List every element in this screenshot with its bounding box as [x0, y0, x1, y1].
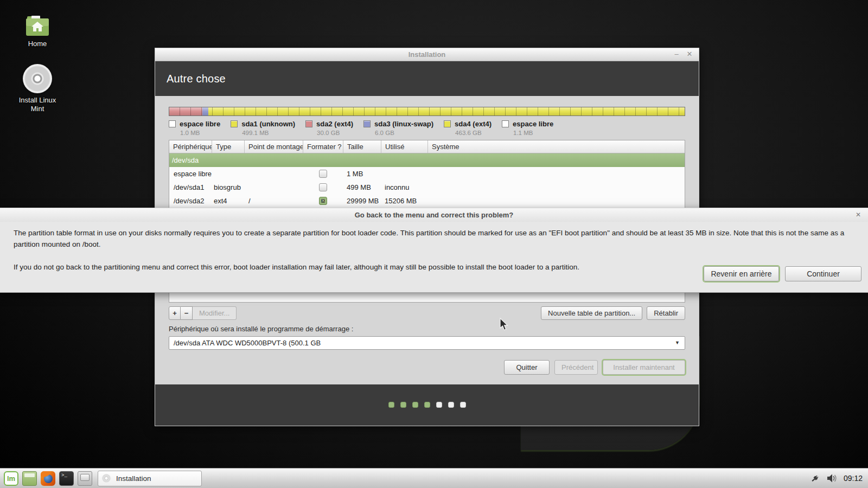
desktop-icon-label: Home: [5, 40, 70, 48]
task-label: Installation: [116, 474, 151, 483]
table-row-sda1[interactable]: /dev/sda1 biosgrub 499 MB inconnu: [169, 181, 685, 194]
wizard-footer: [155, 384, 699, 426]
legend-label: espace libre: [180, 120, 220, 128]
terminal-launcher-icon[interactable]: >_: [59, 471, 74, 486]
table-row-disk-sda[interactable]: /dev/sda: [169, 153, 685, 167]
format-checkbox[interactable]: [319, 170, 327, 178]
column-header[interactable]: Périphérique: [169, 140, 212, 153]
type-cell: biosgrub: [214, 181, 241, 194]
page-header: Autre chose: [155, 61, 699, 96]
wizard-nav-buttons: Quitter Précédent Installer maintenant: [504, 360, 685, 375]
partition-legend: espace libre 1.0 MB sda1 (unknown) 499.1…: [169, 120, 564, 136]
device-cell: /dev/sda1: [174, 181, 204, 194]
progress-dot: [412, 402, 418, 408]
format-checkbox[interactable]: [319, 183, 327, 191]
legend-item: sda2 (ext4) 30.0 GB: [305, 120, 353, 136]
used-cell: 15206 MB: [385, 194, 417, 208]
chevron-down-icon: ▼: [675, 337, 680, 349]
firefox-launcher-icon[interactable]: [41, 471, 55, 486]
quit-button[interactable]: Quitter: [504, 360, 550, 375]
previous-button[interactable]: Précédent: [554, 360, 598, 375]
close-window-button[interactable]: ✕: [684, 48, 695, 60]
legend-swatch: [502, 120, 509, 127]
system-tray: 09:12: [805, 473, 863, 484]
dialog-title: Go back to the menu and correct this pro…: [355, 211, 514, 219]
legend-swatch: [363, 120, 371, 127]
legend-size: 30.0 GB: [317, 130, 353, 136]
window-titlebar[interactable]: Installation – ✕: [155, 48, 699, 61]
remove-partition-button[interactable]: −: [181, 306, 193, 320]
efi-warning-dialog: Go back to the menu and correct this pro…: [0, 208, 868, 293]
minimize-button[interactable]: –: [671, 48, 682, 60]
progress-dot: [400, 402, 406, 408]
progress-dot: [448, 402, 454, 408]
display-settings-icon[interactable]: [78, 471, 92, 486]
home-folder-icon: [25, 15, 50, 37]
desktop-icon-home[interactable]: Home: [5, 15, 70, 48]
add-partition-button[interactable]: +: [169, 306, 181, 320]
cd-disc-icon: [102, 474, 111, 483]
legend-label: espace libre: [513, 120, 553, 128]
partition-usage-bar: [169, 107, 685, 116]
table-row-sda2[interactable]: /dev/sda2 ext4 / 29999 MB 15206 MB: [169, 194, 685, 208]
legend-swatch: [169, 120, 176, 127]
dropdown-value: /dev/sda ATA WDC WD5000BPVT-8 (500.1 GB: [174, 339, 321, 347]
legend-size: 463.6 GB: [455, 130, 492, 136]
size-cell: 1 MB: [347, 167, 363, 181]
continue-button[interactable]: Continuer: [785, 266, 861, 281]
column-header[interactable]: Taille: [343, 140, 381, 153]
cd-disc-icon: [23, 64, 52, 93]
format-checkbox[interactable]: [319, 197, 327, 205]
column-header[interactable]: Utilisé: [381, 140, 428, 153]
type-cell: ext4: [214, 194, 227, 208]
legend-item: sda4 (ext4) 463.6 GB: [444, 120, 492, 136]
legend-size: 1.0 MB: [180, 130, 220, 136]
taskbar-task-installation[interactable]: Installation: [98, 471, 202, 486]
size-cell: 499 MB: [347, 181, 371, 194]
table-header: Périphérique Type Point de montage Forma…: [169, 140, 685, 153]
new-partition-table-button[interactable]: Nouvelle table de partition...: [541, 306, 642, 320]
legend-label: sda2 (ext4): [316, 120, 353, 128]
progress-dot: [424, 402, 430, 408]
device-cell: /dev/sda: [172, 153, 199, 167]
bootloader-device-dropdown[interactable]: /dev/sda ATA WDC WD5000BPVT-8 (500.1 GB …: [169, 336, 685, 350]
mint-menu-button[interactable]: lm: [4, 471, 18, 486]
taskbar: lm >_ Installation 09:12: [0, 468, 868, 488]
partition-segment: [208, 107, 685, 115]
column-header[interactable]: Type: [212, 140, 245, 153]
page-title: Autre chose: [167, 73, 226, 85]
column-header[interactable]: Formater ?: [303, 140, 343, 153]
used-cell: inconnu: [385, 181, 410, 194]
progress-dot: [388, 402, 394, 408]
dialog-paragraph-1: The partition table format in use on you…: [14, 227, 845, 250]
dialog-close-icon[interactable]: ✕: [856, 208, 861, 222]
desktop-icon-install-linux-mint[interactable]: Install Linux Mint: [5, 64, 70, 113]
revert-button[interactable]: Rétablir: [647, 306, 685, 320]
progress-dot: [460, 402, 466, 408]
legend-size: 1.1 MB: [513, 130, 553, 136]
dialog-titlebar[interactable]: Go back to the menu and correct this pro…: [0, 208, 868, 222]
legend-swatch: [305, 120, 312, 127]
legend-size: 499.1 MB: [242, 130, 295, 136]
show-desktop-button[interactable]: [22, 471, 37, 486]
go-back-button[interactable]: Revenir en arrière: [704, 266, 779, 281]
device-cell: /dev/sda2: [174, 194, 204, 208]
legend-label: sda3 (linux-swap): [374, 120, 433, 128]
legend-size: 6.0 GB: [375, 130, 433, 136]
device-cell: espace libre: [174, 167, 212, 181]
edit-partition-button[interactable]: Modifier...: [193, 306, 237, 320]
network-plug-icon[interactable]: [809, 473, 821, 484]
legend-item: espace libre 1.1 MB: [502, 120, 553, 136]
volume-icon[interactable]: [826, 473, 838, 483]
column-header[interactable]: Point de montage: [245, 140, 303, 153]
dialog-buttons: Revenir en arrière Continuer: [704, 266, 861, 281]
partition-segment: [169, 107, 202, 115]
window-title: Installation: [409, 50, 446, 59]
table-row-free-space[interactable]: espace libre 1 MB: [169, 167, 685, 181]
legend-item: sda3 (linux-swap) 6.0 GB: [363, 120, 433, 136]
install-now-button[interactable]: Installer maintenant: [603, 360, 685, 375]
mount-cell: /: [248, 194, 251, 208]
legend-swatch: [444, 120, 451, 127]
legend-item: espace libre 1.0 MB: [169, 120, 220, 136]
column-header[interactable]: Système: [428, 140, 685, 153]
